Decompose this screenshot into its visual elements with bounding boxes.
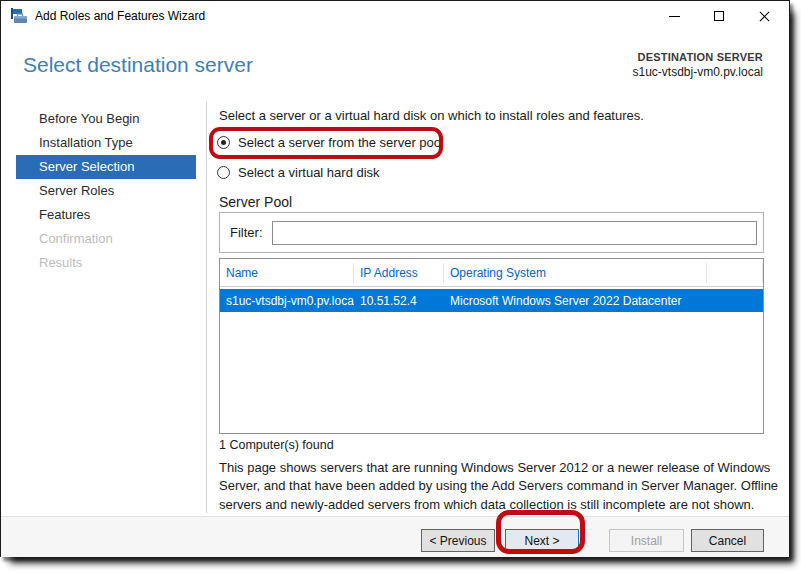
window-title: Add Roles and Features Wizard: [35, 9, 205, 23]
close-icon[interactable]: [742, 1, 787, 31]
radio-server-pool-label: Select a server from the server pool: [238, 135, 444, 150]
column-header-name[interactable]: Name: [220, 263, 354, 283]
server-row-name: s1uc-vtsdbj-vm0.pv.local: [220, 294, 354, 308]
wizard-window: Add Roles and Features Wizard Select des…: [0, 0, 790, 557]
column-header-ip-address[interactable]: IP Address: [354, 263, 444, 283]
server-pool-list: Name IP Address Operating System s1uc-vt…: [219, 258, 764, 434]
nav-divider: [206, 101, 207, 513]
roles-wizard-app-icon: [11, 8, 27, 24]
server-row-ip: 10.51.52.4: [354, 294, 444, 308]
previous-button[interactable]: < Previous: [421, 529, 495, 552]
column-header-spacer: [707, 263, 763, 283]
server-pool-title: Server Pool: [219, 194, 292, 210]
cancel-button[interactable]: Cancel: [691, 529, 764, 552]
intro-text: Select a server or a virtual hard disk o…: [219, 108, 644, 123]
column-header-operating-system[interactable]: Operating System: [444, 263, 707, 283]
filter-label: Filter:: [230, 225, 263, 240]
maximize-icon[interactable]: [697, 1, 742, 31]
radio-unselected-icon[interactable]: [217, 166, 230, 179]
nav-item-server-roles[interactable]: Server Roles: [16, 179, 196, 203]
destination-server-name: s1uc-vtsdbj-vm0.pv.local: [633, 65, 764, 79]
destination-server-label: DESTINATION SERVER: [633, 51, 764, 63]
page-description: This page shows servers that are running…: [219, 459, 787, 514]
filter-input[interactable]: [272, 221, 757, 245]
filter-groupbox: Filter:: [219, 212, 764, 253]
nav-item-before-you-begin[interactable]: Before You Begin: [16, 107, 196, 131]
radio-select-server-from-pool[interactable]: Select a server from the server pool: [217, 135, 444, 150]
computers-found-count: 1 Computer(s) found: [219, 438, 334, 452]
nav-item-results: Results: [16, 251, 196, 275]
nav-item-confirmation: Confirmation: [16, 227, 196, 251]
page-title: Select destination server: [23, 53, 253, 77]
nav-item-features[interactable]: Features: [16, 203, 196, 227]
radio-select-virtual-hard-disk[interactable]: Select a virtual hard disk: [217, 165, 380, 180]
server-row-selected[interactable]: s1uc-vtsdbj-vm0.pv.local 10.51.52.4 Micr…: [220, 289, 763, 312]
destination-server-block: DESTINATION SERVER s1uc-vtsdbj-vm0.pv.lo…: [633, 51, 764, 79]
nav-item-installation-type[interactable]: Installation Type: [16, 131, 196, 155]
next-button[interactable]: Next >: [505, 529, 579, 552]
window-controls: [652, 1, 787, 31]
wizard-nav: Before You Begin Installation Type Serve…: [16, 107, 196, 275]
nav-item-server-selection[interactable]: Server Selection: [16, 155, 196, 179]
radio-selected-icon[interactable]: [217, 136, 230, 149]
server-row-os: Microsoft Windows Server 2022 Datacenter: [444, 294, 707, 308]
install-button[interactable]: Install: [609, 529, 684, 552]
server-pool-header-row: Name IP Address Operating System: [220, 259, 763, 287]
titlebar: Add Roles and Features Wizard: [1, 1, 789, 31]
radio-vhd-label: Select a virtual hard disk: [238, 165, 380, 180]
footer-bar: < Previous Next > Install Cancel: [1, 516, 789, 557]
minimize-icon[interactable]: [652, 1, 697, 31]
